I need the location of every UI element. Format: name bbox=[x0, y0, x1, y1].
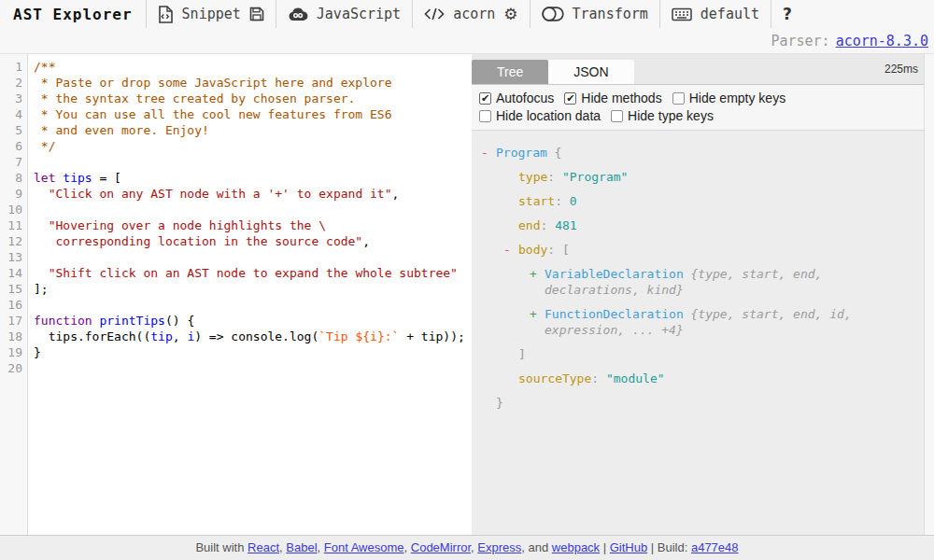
code-text: * Paste or drop some JavaScript here and… bbox=[27, 75, 465, 91]
tree-node[interactable]: +FunctionDeclaration {type, start, end, … bbox=[472, 306, 917, 338]
expand-toggle-icon[interactable]: + bbox=[530, 306, 545, 322]
code-text: corresponding location in the source cod… bbox=[27, 233, 465, 249]
checkbox[interactable]: ✔ bbox=[479, 92, 491, 105]
code-editor[interactable]: 1/**2 * Paste or drop some JavaScript he… bbox=[0, 54, 465, 535]
help-button[interactable]: ? bbox=[771, 0, 803, 28]
collapse-toggle-icon[interactable]: - bbox=[481, 145, 496, 161]
tree-node[interactable]: start: 0 bbox=[472, 193, 917, 209]
footer-link-font-awesome[interactable]: Font Awesome bbox=[324, 540, 404, 554]
checkbox-label: Hide empty keys bbox=[689, 90, 785, 107]
category-label[interactable]: JavaScript bbox=[317, 6, 401, 22]
question-icon[interactable]: ? bbox=[783, 5, 792, 23]
checkbox-label: Hide location data bbox=[496, 107, 601, 125]
line-number: 12 bbox=[0, 233, 27, 249]
transform-default-menu[interactable]: default bbox=[660, 0, 771, 28]
tree-settings: ✔Autofocus✔Hide methodsHide empty keysHi… bbox=[472, 85, 934, 131]
code-line: 12 corresponding location in the source … bbox=[0, 233, 465, 249]
footer-text: , and bbox=[521, 540, 552, 554]
line-number: 1 bbox=[0, 59, 27, 75]
line-number: 14 bbox=[0, 265, 27, 281]
tree-node[interactable]: sourceType: "module" bbox=[472, 371, 917, 386]
code-icon[interactable] bbox=[424, 7, 445, 21]
code-line: 8let tips = [ bbox=[0, 170, 465, 186]
code-line: 19} bbox=[0, 344, 465, 360]
tree-node[interactable]: end: 481 bbox=[472, 217, 917, 233]
file-code-icon[interactable] bbox=[158, 6, 174, 23]
gear-icon[interactable]: ⚙ bbox=[503, 7, 517, 22]
snippet-menu[interactable]: Snippet bbox=[147, 0, 276, 28]
toolbar: AST Explorer Snippet bbox=[0, 0, 934, 28]
snippet-label[interactable]: Snippet bbox=[182, 6, 241, 22]
checkbox[interactable] bbox=[479, 110, 491, 122]
code-line: 2 * Paste or drop some JavaScript here a… bbox=[0, 75, 465, 91]
toggle-off-icon[interactable] bbox=[542, 7, 564, 21]
code-text: */ bbox=[27, 138, 465, 154]
footer-text: , bbox=[404, 540, 411, 554]
line-number: 20 bbox=[0, 360, 27, 376]
transform-toggle[interactable]: Transform bbox=[531, 0, 659, 28]
code-text bbox=[27, 154, 465, 170]
footer-link-react[interactable]: React bbox=[248, 540, 279, 554]
footer-link-a477e48[interactable]: a477e48 bbox=[691, 540, 739, 554]
footer-link-webpack[interactable]: webpack bbox=[552, 540, 600, 554]
tree-node[interactable]: } bbox=[472, 395, 917, 411]
code-line: 7 bbox=[0, 154, 465, 170]
code-text: } bbox=[27, 344, 465, 360]
setting-autofocus[interactable]: ✔Autofocus bbox=[479, 90, 554, 107]
transform-label[interactable]: Transform bbox=[573, 6, 648, 22]
parser-version-link[interactable]: acorn-8.3.0 bbox=[836, 33, 928, 49]
setting-hide-location-data[interactable]: Hide location data bbox=[479, 107, 601, 125]
transform-name-label[interactable]: default bbox=[700, 6, 759, 22]
parser-name-label[interactable]: acorn bbox=[453, 6, 495, 22]
footer-link-babel[interactable]: Babel bbox=[286, 540, 317, 554]
footer-link-express[interactable]: Express bbox=[477, 540, 521, 554]
tree-node[interactable]: type: "Program" bbox=[472, 169, 917, 185]
code-text: * and even more. Enjoy! bbox=[27, 122, 465, 138]
tree-node[interactable]: -Program { bbox=[472, 145, 917, 161]
cloud-icon[interactable] bbox=[288, 7, 308, 21]
code-line: 3 * the syntax tree created by chosen pa… bbox=[0, 91, 465, 106]
code-text: "Shift click on an AST node to expand th… bbox=[27, 265, 465, 281]
code-text: ]; bbox=[27, 281, 465, 297]
line-number: 13 bbox=[0, 249, 27, 265]
tree-node[interactable]: +VariableDeclaration {type, start, end, … bbox=[472, 266, 917, 298]
line-number: 9 bbox=[0, 186, 27, 202]
code-text bbox=[27, 297, 465, 313]
code-text: "Click on any AST node with a '+' to exp… bbox=[27, 186, 465, 202]
footer-link-codemirror[interactable]: CodeMirror bbox=[411, 540, 471, 554]
footer-text: Built with bbox=[195, 540, 248, 554]
code-text: * You can use all the cool new features … bbox=[27, 106, 465, 122]
collapse-toggle-icon[interactable]: - bbox=[503, 242, 518, 258]
line-number: 8 bbox=[0, 170, 27, 186]
keyboard-icon[interactable] bbox=[672, 7, 692, 21]
ast-tree: -Program {type: "Program"start: 0end: 48… bbox=[472, 131, 934, 535]
code-line: 10 bbox=[0, 202, 465, 217]
code-line: 17function printTips() { bbox=[0, 313, 465, 329]
checkbox[interactable] bbox=[611, 110, 623, 122]
code-line: 16 bbox=[0, 297, 465, 313]
setting-hide-methods[interactable]: ✔Hide methods bbox=[564, 90, 661, 107]
tree-node[interactable]: ] bbox=[472, 346, 917, 362]
code-text bbox=[27, 202, 465, 217]
parser-info-label: Parser: bbox=[771, 33, 829, 49]
setting-hide-type-keys[interactable]: Hide type keys bbox=[611, 107, 714, 125]
tree-scrollbar[interactable] bbox=[924, 54, 934, 535]
code-line: 4 * You can use all the cool new feature… bbox=[0, 106, 465, 122]
expand-toggle-icon[interactable]: + bbox=[530, 266, 545, 282]
tab-tree[interactable]: Tree bbox=[472, 60, 548, 84]
ast-output-pane: Tree JSON 225ms ✔Autofocus✔Hide methodsH… bbox=[472, 54, 934, 535]
footer-text: | Build: bbox=[647, 540, 691, 554]
tab-json[interactable]: JSON bbox=[548, 60, 633, 84]
parser-menu[interactable]: acorn ⚙ bbox=[413, 0, 529, 28]
tree-node[interactable]: -body: [ bbox=[472, 242, 917, 258]
checkbox-label: Autofocus bbox=[496, 90, 554, 107]
footer-link-github[interactable]: GitHub bbox=[610, 540, 647, 554]
code-text: tips.forEach((tip, i) => console.log(`Ti… bbox=[27, 329, 465, 344]
footer-text: , bbox=[318, 540, 324, 554]
checkbox[interactable] bbox=[672, 92, 685, 105]
checkbox[interactable]: ✔ bbox=[564, 92, 576, 105]
setting-hide-empty-keys[interactable]: Hide empty keys bbox=[672, 90, 785, 107]
category-menu[interactable]: JavaScript bbox=[276, 0, 412, 28]
save-icon[interactable] bbox=[249, 7, 264, 21]
ast-explorer-app: AST Explorer Snippet bbox=[0, 0, 934, 560]
